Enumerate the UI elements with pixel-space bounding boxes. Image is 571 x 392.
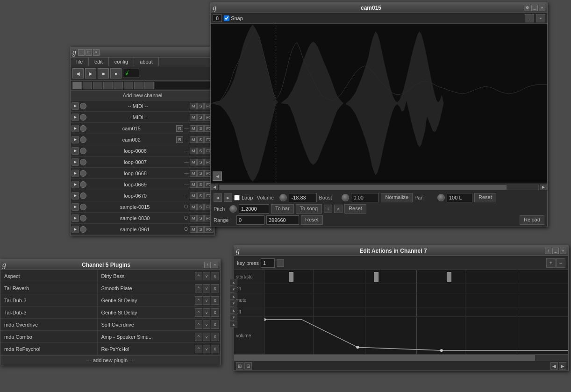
snap-checkbox[interactable] [224,15,229,21]
range-start-input[interactable] [236,215,264,225]
wave-minimize-btn[interactable]: _ [531,5,538,11]
pan-knob[interactable] [437,194,445,201]
ch-s-btn[interactable]: S [197,192,204,199]
ch-m-btn[interactable]: M [190,159,197,165]
beat-cell-6[interactable] [124,82,133,89]
beat-cell-8[interactable] [144,82,154,89]
plugin-down-btn[interactable]: v [203,308,210,317]
side-ch-3-btn[interactable]: ▲ [230,293,237,299]
plugin-up-btn[interactable]: ^ [195,308,202,317]
side-ch-6-btn[interactable]: ▼ [230,314,237,321]
ch-play-btn[interactable]: ▶ [71,181,79,188]
plugins-close-btn[interactable]: × [212,262,218,268]
play-back-btn[interactable]: ◀ [214,193,222,202]
actions-close-btn[interactable]: × [560,248,566,254]
side-ch-up-btn[interactable]: ▲ [230,279,237,285]
beat-cell-7[interactable] [134,82,143,89]
ch-s-btn[interactable]: S [197,114,204,121]
plugin-remove-btn[interactable]: x [211,296,219,305]
plugin-down-btn[interactable]: v [203,345,210,353]
pitch-minus-btn[interactable]: × [334,205,343,213]
plugin-up-btn[interactable]: ^ [195,296,202,305]
actions-nav-right-icon[interactable]: ▶ [559,362,566,370]
plugin-up-btn[interactable]: ^ [195,321,202,329]
channel-num-input[interactable] [261,258,275,268]
ch-m-btn[interactable]: M [190,136,197,143]
plugin-up-btn[interactable]: ^ [195,345,202,353]
side-ch-5-btn[interactable]: ▲ [230,307,237,314]
menu-edit[interactable]: edit [89,57,109,66]
ch-m-btn[interactable]: M [190,170,197,177]
volume-reset-btn[interactable]: Reset [474,193,496,202]
plugin-remove-btn[interactable]: x [211,272,219,280]
ch-play-btn[interactable]: ▶ [71,192,79,200]
actions-main-area[interactable] [264,270,568,354]
ch-play-btn[interactable]: ▶ [71,136,79,143]
to-bar-btn[interactable]: To bar [271,204,294,214]
plugin-remove-btn[interactable]: x [211,284,219,292]
hscroll-track[interactable] [219,185,539,190]
ch-play-btn[interactable]: ▶ [71,214,79,222]
boost-knob[interactable] [342,194,349,201]
stop-btn[interactable]: ■ [98,68,109,78]
pan-input[interactable] [447,193,472,202]
range-end-input[interactable] [266,215,299,225]
beat-cell-5[interactable] [114,82,123,89]
ch-play-btn[interactable]: ▶ [71,170,79,177]
beat-cell-1[interactable] [72,82,82,89]
record-btn[interactable]: ● [110,68,121,78]
side-ch-4-btn[interactable]: ▼ [230,300,237,306]
menu-config[interactable]: config [109,57,134,66]
menu-about[interactable]: about [134,57,159,66]
ch-m-btn[interactable]: M [190,125,197,132]
ch-s-btn[interactable]: S [197,204,204,210]
actions-up-btn[interactable]: ↑ [545,248,551,254]
range-reset-btn[interactable]: Reset [301,215,323,225]
pitch-knob[interactable] [229,205,237,213]
ch-play-btn[interactable]: ▶ [71,158,79,166]
ch-m-btn[interactable]: M [190,204,197,210]
scroll-left-btn[interactable]: ◀ [211,185,218,190]
plugin-remove-btn[interactable]: x [211,321,219,329]
rewind-btn[interactable]: ◀ [72,68,84,78]
actions-zoom-in-icon[interactable]: ⊞ [236,362,243,370]
scroll-plus-btn[interactable]: + [536,14,545,22]
actions-nav-left-icon[interactable]: ◀ [550,362,558,370]
action-marker[interactable] [289,272,293,282]
pitch-plus-btn[interactable]: + [324,205,332,213]
beat-cell-4[interactable] [103,82,113,89]
ch-play-btn[interactable]: ▶ [71,147,79,155]
ch-r-btn[interactable]: R [176,125,183,132]
main-minimize-btn[interactable]: _ [78,49,85,56]
to-song-btn[interactable]: To song [296,204,322,214]
add-plugin-button[interactable]: --- add new plugin --- [0,355,220,365]
ch-play-btn[interactable]: ▶ [71,203,79,211]
ch-m-btn[interactable]: M [190,226,197,233]
ch-play-btn[interactable]: ▶ [71,125,79,132]
ch-play-btn[interactable]: ▶ [71,226,79,233]
play-fwd-btn[interactable]: ▶ [224,193,232,202]
wave-settings-btn[interactable]: ⚙ [524,5,530,11]
ch-s-btn[interactable]: S [197,170,204,177]
ch-m-btn[interactable]: M [190,148,197,154]
actions-add-btn[interactable]: + [546,258,556,268]
scroll-right-btn[interactable]: ▶ [540,185,547,190]
play-btn[interactable]: ▶ [85,68,96,78]
actions-minimize-btn[interactable]: _ [552,248,559,254]
add-channel-button[interactable]: Add new channel [71,91,214,100]
ch-m-btn[interactable]: M [190,114,197,121]
ch-s-btn[interactable]: S [197,215,204,221]
main-maximize-btn[interactable]: □ [86,49,92,56]
scroll-minus-btn[interactable]: - [525,14,534,22]
ch-s-btn[interactable]: S [197,148,204,154]
plugin-up-btn[interactable]: ^ [195,333,202,341]
plugin-down-btn[interactable]: v [203,296,210,305]
ch-s-btn[interactable]: S [197,125,204,132]
normalize-btn[interactable]: Normalize [381,193,413,202]
pitch-input[interactable] [239,204,269,214]
plugin-down-btn[interactable]: v [203,333,210,341]
plugin-up-btn[interactable]: ^ [195,272,202,280]
plugin-down-btn[interactable]: v [203,284,210,292]
ch-play-btn[interactable]: ▶ [71,114,79,121]
plugin-down-btn[interactable]: v [203,321,210,329]
